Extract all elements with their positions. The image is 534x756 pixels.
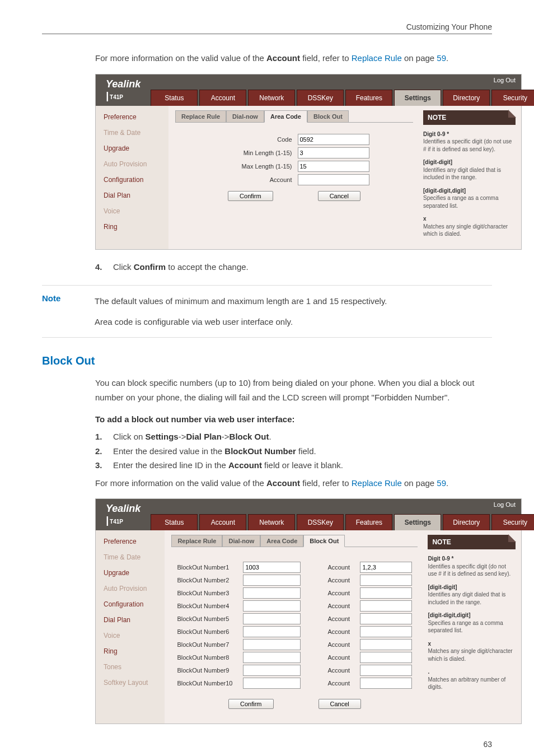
sidenav-item[interactable]: Preference <box>96 109 168 125</box>
blockout-account-input[interactable] <box>360 652 412 663</box>
blockout-number-input[interactable] <box>243 562 301 573</box>
sidenav-item[interactable]: Dial Plan <box>96 612 165 628</box>
main-tab-security[interactable]: Security <box>491 514 534 530</box>
blockout-label: BlockOut Number9 <box>177 667 238 674</box>
sidenav-item[interactable]: Tones <box>96 659 165 675</box>
blockout-account-input[interactable] <box>360 562 412 573</box>
subtab-item[interactable]: Dial-now <box>226 110 264 123</box>
intro-paragraph: For more information on the valid value … <box>95 51 492 66</box>
cancel-button[interactable]: Cancel <box>318 699 361 709</box>
sidenav-item[interactable]: Preference <box>96 534 165 549</box>
subtab-item[interactable]: Area Code <box>264 110 307 123</box>
blockout-number-input[interactable] <box>243 613 301 624</box>
sidenav-item[interactable]: Configuration <box>96 172 168 188</box>
block-out-info: For more information on the valid value … <box>95 476 492 491</box>
replace-rule-link[interactable]: Replace Rule <box>352 53 402 63</box>
main-tab-features[interactable]: Features <box>345 90 392 106</box>
blockout-number-input[interactable] <box>243 652 301 663</box>
webui-block-out: Log Out Yealink |T41P StatusAccountNetwo… <box>95 498 522 724</box>
main-tab-directory[interactable]: Directory <box>443 514 490 530</box>
blockout-account-input[interactable] <box>360 613 412 624</box>
blockout-account-label: Account <box>327 641 355 648</box>
sidenav-item[interactable]: Ring <box>96 219 168 235</box>
subtab-item[interactable]: Block Out <box>307 110 349 123</box>
subtab-item[interactable]: Area Code <box>260 535 303 547</box>
blockout-number-input[interactable] <box>243 587 301 599</box>
subtab-item[interactable]: Block Out <box>303 535 345 547</box>
sidenav-item[interactable]: Time & Date <box>96 125 168 141</box>
blockout-number-input[interactable] <box>243 665 301 676</box>
main-tab-security[interactable]: Security <box>491 90 534 106</box>
note-line: Area code is configurable via web user i… <box>95 314 492 329</box>
page-header: Customizing Your Phone <box>42 22 492 34</box>
sidenav-item[interactable]: Auto Provision <box>96 581 165 596</box>
blockout-account-input[interactable] <box>360 600 412 612</box>
subtab-item[interactable]: Dial-now <box>222 535 260 547</box>
min-length-input[interactable] <box>298 147 369 158</box>
text: to accept the change. <box>166 262 249 272</box>
sidenav-item[interactable]: Upgrade <box>96 565 165 581</box>
main-tab-dsskey[interactable]: DSSKey <box>297 90 344 106</box>
step-number: 2. <box>95 444 105 459</box>
blockout-number-input[interactable] <box>243 575 301 586</box>
main-tab-account[interactable]: Account <box>199 514 246 530</box>
logout-link[interactable]: Log Out <box>494 77 516 83</box>
blockout-account-input[interactable] <box>360 626 412 637</box>
blockout-account-input[interactable] <box>360 665 412 676</box>
cancel-button[interactable]: Cancel <box>318 191 360 201</box>
note-panel-header: NOTE <box>428 535 516 549</box>
main-tab-features[interactable]: Features <box>345 514 392 530</box>
text-bold: Dial Plan <box>186 432 221 441</box>
step-number: 1. <box>95 430 105 444</box>
max-length-label: Max Length (1-15) <box>219 163 292 170</box>
main-tab-status[interactable]: Status <box>151 514 198 530</box>
blockout-number-input[interactable] <box>243 600 301 612</box>
sidenav-item[interactable]: Ring <box>96 643 165 659</box>
sidenav-item[interactable]: Dial Plan <box>96 188 168 203</box>
confirm-button[interactable]: Confirm <box>228 191 273 201</box>
max-length-input[interactable] <box>298 161 369 172</box>
blockout-number-input[interactable] <box>243 626 301 637</box>
blockout-number-input[interactable] <box>243 678 301 689</box>
text: For more information on the valid value … <box>95 53 266 63</box>
subtab-item[interactable]: Replace Rule <box>175 110 226 123</box>
logout-link[interactable]: Log Out <box>494 501 516 508</box>
account-input[interactable] <box>298 174 369 185</box>
main-tab-directory[interactable]: Directory <box>443 90 490 106</box>
main-tab-settings[interactable]: Settings <box>394 90 441 106</box>
replace-rule-link[interactable]: Replace Rule <box>352 478 402 488</box>
blockout-account-input[interactable] <box>360 678 412 689</box>
blockout-number-input[interactable] <box>243 639 301 650</box>
main-tab-network[interactable]: Network <box>248 90 295 106</box>
main-tab-dsskey[interactable]: DSSKey <box>297 514 344 530</box>
blockout-account-input[interactable] <box>360 587 412 599</box>
blockout-account-label: Account <box>327 603 355 609</box>
sidenav-item[interactable]: Voice <box>96 628 165 643</box>
text-bold: Account <box>266 478 300 488</box>
sidenav-item[interactable]: Voice <box>96 203 168 219</box>
step-2: 2. Enter the desired value in the BlockO… <box>95 444 492 459</box>
step-number: 4. <box>95 260 105 274</box>
confirm-button[interactable]: Confirm <box>228 699 274 709</box>
sidenav-item[interactable]: Auto Provision <box>96 156 168 172</box>
blockout-row: BlockOut Number1Account <box>177 562 412 573</box>
sidenav-item[interactable]: Time & Date <box>96 549 165 565</box>
sidenav-item[interactable]: Softkey Layout <box>96 675 165 690</box>
note-item-head: Digit 0-9 * <box>423 131 449 137</box>
text-bold: Account <box>228 460 262 470</box>
sidenav-item[interactable]: Upgrade <box>96 141 168 156</box>
blockout-label: BlockOut Number3 <box>177 590 238 596</box>
brand-text: Yealink <box>106 78 140 90</box>
blockout-account-input[interactable] <box>360 639 412 650</box>
sidenav-item[interactable]: Configuration <box>96 596 165 612</box>
main-tab-settings[interactable]: Settings <box>394 514 441 530</box>
blockout-row: BlockOut Number3Account <box>177 587 412 599</box>
main-tab-account[interactable]: Account <box>199 90 246 106</box>
text: Enter the desired value in the <box>113 446 224 456</box>
note-item-text: Specifies a range as a comma separated l… <box>428 620 503 634</box>
code-input[interactable] <box>298 134 369 145</box>
subtab-item[interactable]: Replace Rule <box>171 535 222 547</box>
main-tab-network[interactable]: Network <box>248 514 295 530</box>
blockout-account-input[interactable] <box>360 575 412 586</box>
main-tab-status[interactable]: Status <box>151 90 198 106</box>
